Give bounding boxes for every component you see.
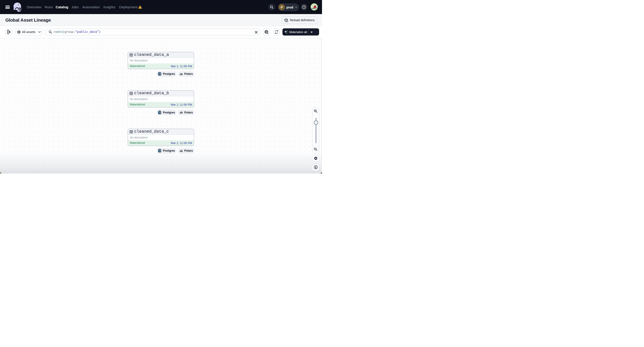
svg-text:?: ? [303, 5, 305, 8]
